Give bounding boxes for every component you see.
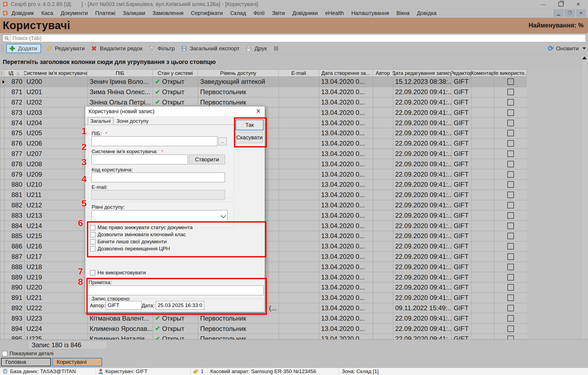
- not-used-checkbox[interactable]: [507, 130, 514, 136]
- column-header-9[interactable]: Редактор: [452, 70, 471, 77]
- cancel-button[interactable]: Скасувати: [236, 132, 263, 143]
- column-header-4[interactable]: Рівень доступу: [198, 70, 279, 77]
- tab-users[interactable]: Користувачі: [52, 358, 102, 366]
- column-header-5[interactable]: E-mail: [279, 70, 319, 77]
- table-row[interactable]: ▶870U200Зенич Ірина Воло...✔ОткрытЗаведу…: [0, 77, 527, 87]
- menu-item-4[interactable]: Залишки: [123, 10, 145, 16]
- not-used-checkbox[interactable]: [507, 140, 514, 147]
- restore-icon[interactable]: [558, 2, 563, 7]
- not-used-checkbox[interactable]: [507, 109, 514, 116]
- author-input[interactable]: [106, 301, 142, 310]
- mdi-minimize-icon[interactable]: ▁: [554, 10, 563, 17]
- pib-input[interactable]: [92, 136, 217, 146]
- column-header-3[interactable]: Стан у системі: [153, 70, 198, 77]
- menu-item-10[interactable]: Довідники: [292, 10, 318, 16]
- delete-row-button[interactable]: Видалити рядок: [91, 45, 142, 52]
- not-used-checkbox[interactable]: [507, 171, 514, 178]
- menu-item-5[interactable]: Замовлення: [153, 10, 184, 16]
- menu-item-13[interactable]: Вікна: [396, 10, 410, 16]
- permission-checkbox-2[interactable]: [90, 239, 95, 244]
- user-code-input[interactable]: [92, 173, 225, 182]
- pib-lookup-button[interactable]: ...: [218, 137, 227, 145]
- table-row[interactable]: 893U223Кітманова Валент...✔ОткрытПервост…: [0, 313, 527, 324]
- edit-button[interactable]: Редагувати: [46, 45, 85, 52]
- export-button[interactable]: Загальний експорт: [181, 45, 240, 52]
- print-button[interactable]: Друк: [245, 45, 267, 52]
- not-used-checkbox[interactable]: [507, 243, 514, 250]
- menu-item-0[interactable]: Довідник: [11, 10, 34, 16]
- not-used-checkbox[interactable]: [507, 181, 514, 188]
- search-input[interactable]: Поиск (Tab): [2, 34, 586, 42]
- not-used-checkbox[interactable]: [507, 150, 514, 157]
- column-header-7[interactable]: Автор: [373, 70, 393, 77]
- create-sysname-button[interactable]: Створити: [189, 155, 225, 164]
- not-used-checkbox[interactable]: [507, 274, 514, 281]
- table-row[interactable]: 894U224Клименко Ярослав...✔ОткрытПервост…: [0, 324, 527, 334]
- not-use-checkbox[interactable]: [90, 270, 95, 275]
- column-header-11[interactable]: Не використо...: [494, 70, 527, 77]
- menu-item-6[interactable]: Сертифікати: [191, 10, 223, 16]
- column-header-2[interactable]: ПІБ: [87, 70, 153, 77]
- levels-select[interactable]: [92, 210, 228, 222]
- column-header-10[interactable]: Коментар: [471, 70, 494, 77]
- tab-home[interactable]: Головна: [1, 358, 51, 366]
- filter-button[interactable]: Фільтр: [148, 45, 175, 52]
- not-used-checkbox[interactable]: [507, 78, 514, 85]
- menu-item-7[interactable]: Склад: [230, 10, 246, 16]
- table-row[interactable]: 871U201Зима Яніна Олекс...✔ОткрытПервост…: [0, 87, 527, 97]
- menu-item-9[interactable]: Звіти: [272, 10, 285, 16]
- date-input[interactable]: [156, 301, 204, 310]
- menu-item-3[interactable]: Платежі: [95, 10, 115, 16]
- menu-item-14[interactable]: Довідка: [417, 10, 437, 16]
- not-used-checkbox[interactable]: [507, 253, 514, 260]
- column-header-6[interactable]: Дата створення за...: [319, 70, 373, 77]
- not-used-checkbox[interactable]: [507, 315, 514, 322]
- ok-button[interactable]: Так: [236, 119, 264, 130]
- not-used-checkbox[interactable]: [507, 325, 514, 332]
- not-used-checkbox[interactable]: [507, 99, 514, 106]
- mdi-close-icon[interactable]: ✕: [576, 10, 586, 17]
- not-used-checkbox[interactable]: [507, 89, 514, 95]
- not-used-checkbox[interactable]: [507, 284, 514, 291]
- menu-item-11[interactable]: eHealth: [325, 10, 344, 16]
- mdi-restore-icon[interactable]: ❐: [565, 10, 575, 17]
- dialog-tab-zones[interactable]: Зони доступу: [114, 117, 151, 125]
- permission-checkbox-3[interactable]: [90, 246, 95, 251]
- not-used-checkbox[interactable]: [507, 294, 514, 301]
- table-row[interactable]: 895U225Клименко Наталія✔ОткрытПервостоль…: [0, 334, 527, 339]
- dialog-tab-general[interactable]: Загальні: [87, 117, 114, 125]
- show-details-checkbox[interactable]: [2, 351, 7, 356]
- sysname-input[interactable]: [92, 155, 188, 164]
- vertical-scrollbar[interactable]: [581, 56, 587, 339]
- not-used-checkbox[interactable]: [507, 120, 514, 126]
- not-used-checkbox[interactable]: [507, 223, 514, 229]
- menu-item-12[interactable]: Налаштування: [351, 10, 389, 16]
- permission-checkbox-0[interactable]: [90, 225, 95, 230]
- not-used-checkbox[interactable]: [507, 264, 514, 270]
- menu-item-8[interactable]: Філії: [253, 10, 264, 16]
- permission-checkbox-1[interactable]: [90, 232, 95, 237]
- scroll-up-icon[interactable]: [582, 56, 587, 59]
- not-used-checkbox[interactable]: [507, 233, 514, 239]
- menu-item-2[interactable]: Документи: [61, 10, 88, 16]
- not-used-checkbox[interactable]: [507, 212, 514, 219]
- column-header-1[interactable]: Системне ім'я користувача: [24, 70, 87, 77]
- not-used-checkbox[interactable]: [507, 305, 514, 311]
- dialog-close-icon[interactable]: ✕: [256, 108, 261, 114]
- columns-icon[interactable]: [273, 45, 279, 52]
- refresh-button[interactable]: ⟳ Оновити: [548, 45, 579, 52]
- not-used-checkbox[interactable]: [507, 336, 514, 339]
- toolbar-grip[interactable]: [1, 44, 4, 53]
- column-header-0[interactable]: ІД△: [4, 70, 24, 77]
- toolbar-overflow-icon[interactable]: [583, 47, 586, 50]
- email-input[interactable]: [92, 190, 225, 200]
- not-used-checkbox[interactable]: [507, 202, 514, 208]
- column-header-8[interactable]: Дата редагування запису: [393, 70, 452, 77]
- minimize-icon[interactable]: —: [541, 2, 546, 7]
- not-used-checkbox[interactable]: [507, 161, 514, 167]
- close-icon[interactable]: ✕: [576, 2, 580, 7]
- note-input[interactable]: [87, 285, 264, 295]
- add-button[interactable]: Додати: [6, 44, 41, 53]
- not-used-checkbox[interactable]: [507, 192, 514, 198]
- menu-item-1[interactable]: Каса: [41, 10, 53, 16]
